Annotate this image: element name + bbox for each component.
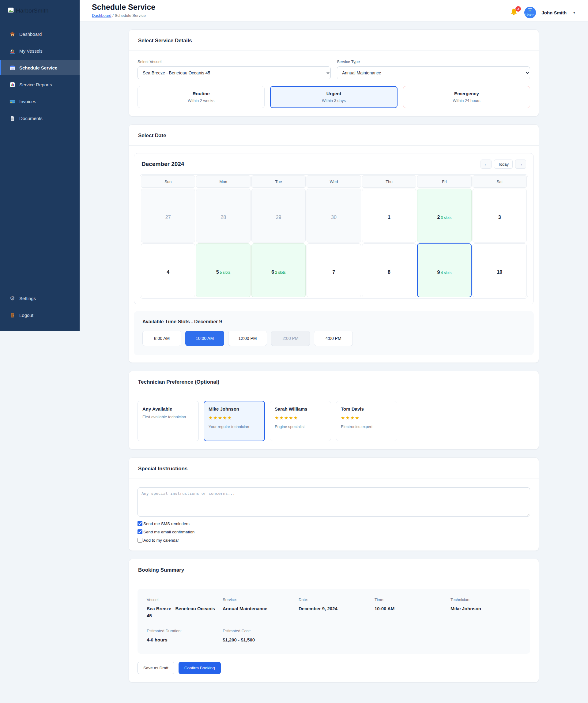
service-type-field: Service Type Annual Maintenance: [337, 59, 530, 79]
bell-icon: [510, 12, 518, 17]
sidebar-item-label: Documents: [19, 116, 43, 121]
sidebar-item-label: My Vessels: [19, 49, 43, 54]
calendar: December 2024 ← Today → Sun Mon Tue Wed …: [134, 153, 534, 304]
service-type-select[interactable]: Annual Maintenance: [337, 66, 530, 79]
calendar-day-9-selected[interactable]: 94 slots: [417, 243, 471, 297]
time-slot-10am-selected[interactable]: 10:00 AM: [185, 331, 224, 346]
save-as-draft-button[interactable]: Save as Draft: [138, 662, 174, 674]
day-name: Sun: [141, 175, 195, 188]
technician-mike-johnson-selected[interactable]: Mike Johnson ★★★★★ Your regular technici…: [204, 401, 265, 441]
sidebar-item-settings[interactable]: ⚙ Settings: [0, 291, 80, 306]
time-slot-12pm[interactable]: 12:00 PM: [228, 331, 267, 346]
slots-count: 5 slots: [220, 270, 231, 275]
time-slot-4pm[interactable]: 4:00 PM: [314, 331, 353, 346]
urgency-option-urgent[interactable]: Urgent Within 3 days: [270, 86, 397, 108]
sidebar-item-label: Schedule Service: [19, 65, 57, 70]
slots-count: 4 slots: [441, 271, 451, 275]
breadcrumb-dashboard-link[interactable]: Dashboard: [92, 13, 112, 18]
notifications-button[interactable]: 3: [510, 8, 519, 17]
calendar-day-1[interactable]: 1: [362, 188, 416, 242]
summary-service: Service: Annual Maintenance: [223, 597, 293, 619]
avatar[interactable]: User: [524, 7, 536, 18]
day-name: Tue: [251, 175, 306, 188]
user-name[interactable]: John Smith: [541, 10, 567, 15]
sidebar-item-label: Dashboard: [19, 31, 42, 37]
calendar-day-8[interactable]: 8: [362, 243, 416, 297]
calendar-day-5[interactable]: 55 slots: [196, 243, 250, 297]
select-date-card: Select Date December 2024 ← Today → Sun …: [129, 124, 539, 363]
summary-date: Date: December 9, 2024: [299, 597, 369, 619]
urgency-options: Routine Within 2 weeks Urgent Within 3 d…: [138, 86, 530, 108]
section-title-service-details: Select Service Details: [138, 37, 529, 44]
summary-technician: Technician: Mike Johnson: [450, 597, 521, 619]
calendar-day-7[interactable]: 7: [306, 243, 361, 297]
technician-tom-davis[interactable]: Tom Davis ★★★★ Electronics expert: [336, 401, 397, 441]
sidebar: HarborSmith Dashboard My Vessels Schedul…: [0, 0, 80, 331]
calendar-prev-button[interactable]: ←: [481, 160, 492, 169]
sidebar-item-logout[interactable]: Logout: [0, 308, 80, 322]
confirm-booking-button[interactable]: Confirm Booking: [178, 662, 221, 674]
section-title-select-date: Select Date: [138, 133, 529, 139]
calendar-day-10[interactable]: 10: [472, 243, 527, 297]
option-sms-reminders: Send me SMS reminders: [138, 521, 530, 526]
calendar-day-4[interactable]: 4: [141, 243, 195, 297]
special-instructions-textarea[interactable]: [138, 487, 530, 517]
calendar-icon: [9, 65, 15, 71]
day-name: Sat: [472, 175, 527, 188]
time-slot-2pm-disabled: 2:00 PM: [271, 331, 310, 346]
topbar-right: 3 User John Smith ▼: [510, 3, 576, 21]
day-name: Thu: [362, 175, 416, 188]
summary-panel: Vessel: Sea Breeze - Beneteau Oceanis 45…: [138, 589, 530, 654]
special-instructions-card: Special Instructions Send me SMS reminde…: [129, 457, 539, 551]
vessel-select[interactable]: Sea Breeze - Beneteau Oceanis 45: [138, 66, 331, 79]
sms-reminders-checkbox[interactable]: [138, 521, 142, 526]
topbar: Schedule Service Dashboard / Schedule Se…: [80, 0, 588, 21]
add-to-calendar-checkbox[interactable]: [138, 538, 142, 543]
star-rating-icon: ★★★★★: [209, 415, 260, 421]
door-icon: [9, 312, 15, 318]
house-icon: [9, 31, 15, 37]
main-content: Select Service Details Select Vessel Sea…: [80, 21, 588, 703]
sidebar-item-label: Service Reports: [19, 82, 52, 87]
calendar-day-2[interactable]: 23 slots: [417, 188, 471, 242]
technician-any-available[interactable]: Any Available First available technician: [138, 401, 199, 441]
calendar-day-3[interactable]: 3: [472, 188, 527, 242]
technician-sarah-williams[interactable]: Sarah Williams ★★★★★ Engine specialist: [270, 401, 331, 441]
summary-time: Time: 10:00 AM: [375, 597, 445, 619]
sidebar-item-label: Invoices: [19, 99, 36, 104]
time-slots-title: Available Time Slots - December 9: [142, 319, 525, 325]
email-confirmation-checkbox[interactable]: [138, 529, 142, 534]
sailboat-icon: [9, 48, 15, 54]
chevron-down-icon[interactable]: ▼: [573, 11, 576, 14]
document-icon: [9, 115, 15, 121]
booking-summary-card: Booking Summary Vessel: Sea Breeze - Ben…: [129, 559, 539, 683]
sidebar-footer: ⚙ Settings Logout: [0, 286, 80, 331]
summary-cost: Estimated Cost: $1,200 - $1,500: [223, 629, 293, 643]
option-email-confirmation: Send me email confirmation: [138, 529, 530, 534]
credit-card-icon: [9, 98, 15, 104]
urgency-option-emergency[interactable]: Emergency Within 24 hours: [403, 86, 530, 108]
sidebar-item-documents[interactable]: Documents: [0, 111, 80, 126]
sidebar-item-service-reports[interactable]: Service Reports: [0, 77, 80, 92]
sidebar-item-schedule-service[interactable]: Schedule Service: [0, 60, 80, 75]
vessel-label: Select Vessel: [138, 59, 331, 64]
summary-vessel: Vessel: Sea Breeze - Beneteau Oceanis 45: [147, 597, 217, 619]
urgency-option-routine[interactable]: Routine Within 2 weeks: [138, 86, 265, 108]
calendar-next-button[interactable]: →: [515, 160, 526, 169]
sidebar-item-dashboard[interactable]: Dashboard: [0, 27, 80, 41]
calendar-today-button[interactable]: Today: [494, 160, 513, 169]
sidebar-nav: Dashboard My Vessels Schedule Service Se…: [0, 27, 80, 128]
time-slot-8am[interactable]: 8:00 AM: [142, 331, 181, 346]
summary-duration: Estimated Duration: 4-6 hours: [147, 629, 217, 643]
calendar-day-6[interactable]: 62 slots: [251, 243, 306, 297]
service-details-card: Select Service Details Select Vessel Sea…: [129, 29, 539, 116]
app-logo: HarborSmith: [0, 0, 80, 21]
sidebar-item-my-vessels[interactable]: My Vessels: [0, 44, 80, 58]
page-title: Schedule Service: [92, 3, 155, 12]
sidebar-item-invoices[interactable]: Invoices: [0, 94, 80, 109]
broken-image-icon: [7, 7, 14, 15]
calendar-day-28: 28: [196, 188, 250, 242]
section-title-technician: Technician Preference (Optional): [138, 379, 529, 385]
sidebar-item-label: Settings: [19, 296, 36, 301]
avatar-alt-text: User: [525, 13, 533, 17]
